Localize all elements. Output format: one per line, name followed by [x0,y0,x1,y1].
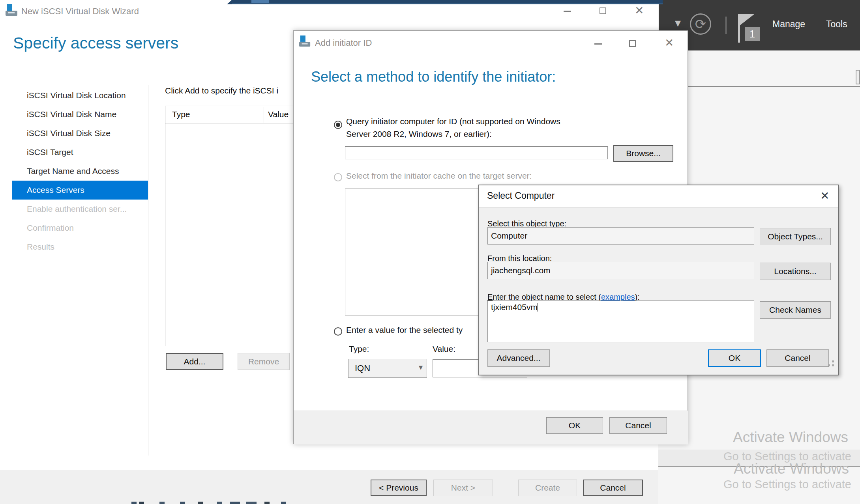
sidebar-item-enable-authentication: Enable authentication ser... [27,200,145,218]
type-select-value: IQN [355,363,370,373]
maximize-button[interactable] [600,7,606,14]
background-window-edge [227,0,663,4]
sidebar-item-results: Results [27,237,145,256]
page-title: Specify access servers [13,34,178,52]
sidebar-item-disk-size[interactable]: iSCSI Virtual Disk Size [27,124,145,143]
value-label: Value: [433,344,455,354]
dialog-title: Add initiator ID [315,38,372,48]
titlebar-separator [725,17,727,34]
tools-menu[interactable]: Tools [826,19,847,30]
sidebar-item-access-servers[interactable]: Access Servers [27,181,145,200]
create-button: Create [518,480,577,496]
wizard-title: New iSCSI Virtual Disk Wizard [21,6,139,17]
query-computer-input[interactable] [345,146,608,159]
sidebar-item-target-name-access[interactable]: Target Name and Access [27,162,145,181]
select-computer-dialog: Select Computer ✕ Select this object typ… [478,185,839,375]
sidebar-item-disk-name[interactable]: iSCSI Virtual Disk Name [27,105,145,124]
type-select[interactable]: IQN ▾ [348,359,427,378]
ok-button[interactable]: OK [708,349,761,367]
query-initiator-radio[interactable] [334,121,342,129]
query-initiator-label: Query initiator computer for ID (not sup… [346,117,560,126]
enter-value-radio[interactable] [334,327,342,336]
initiator-cache-label: Select from the initiator cache on the t… [346,171,532,181]
activate-windows-subtext: Go to Settings to activate [723,478,851,491]
flag-icon[interactable]: 1 [738,14,762,43]
previous-button[interactable]: < Previous [371,480,427,496]
enter-value-label: Enter a value for the selected ty [346,325,482,335]
minimize-button[interactable] [564,11,571,12]
taskbar-edge [130,502,284,504]
chevron-down-icon[interactable]: ▾ [675,16,681,30]
cancel-button[interactable]: Cancel [766,349,829,367]
object-name-textarea[interactable]: tjxiem405vm [487,301,754,342]
wizard-icon [6,4,18,17]
advanced-button[interactable]: Advanced... [487,349,550,367]
activate-windows-text: Activate Windows [733,429,848,446]
screen: { "colors": { "accent": "#0078d7", "head… [0,0,860,504]
examples-link[interactable]: examples [601,293,635,301]
close-button[interactable]: ✕ [665,36,674,49]
object-types-button[interactable]: Object Types... [760,228,831,245]
cancel-button[interactable]: Cancel [583,480,643,496]
chevron-down-icon: ▾ [419,362,423,372]
server-manager-menuband [658,50,860,87]
object-name-value: tjxiem405vm [491,302,538,312]
resize-grip[interactable] [828,360,830,362]
refresh-icon[interactable]: ⟳ [690,13,711,35]
minimize-button[interactable] [594,43,602,45]
location-field[interactable]: jiachengsql.com [487,262,754,279]
notification-badge: 1 [745,27,760,41]
sidebar-item-confirmation: Confirmation [27,218,145,237]
browse-button[interactable]: Browse... [613,145,673,162]
activate-windows-text: Activate Windows [734,461,849,477]
edge-widget[interactable] [856,70,860,84]
dialog-heading: Select a method to identify the initiato… [311,69,556,85]
check-names-button[interactable]: Check Names [760,301,831,319]
remove-button: Remove [238,353,290,370]
type-label: Type: [349,344,369,354]
sidebar-item-iscsi-target[interactable]: iSCSI Target [27,143,145,162]
locations-button[interactable]: Locations... [760,263,831,280]
query-initiator-label-line2: Server 2008 R2, Windows 7, or earlier): [346,129,492,139]
close-button[interactable]: ✕ [820,189,829,202]
dialog-title: Select Computer [487,190,555,201]
close-button[interactable]: ✕ [635,4,644,17]
sidebar-divider [148,85,148,455]
add-button[interactable]: Add... [166,353,223,370]
content-hint: Click Add to specify the iSCSI i [165,86,293,95]
maximize-button[interactable] [629,40,636,47]
cancel-button[interactable]: Cancel [609,417,667,434]
server-manager-titlebar: ▾ ⟳ 1 Manage Tools [659,0,860,50]
object-type-field[interactable]: Computer [487,227,754,245]
manage-menu[interactable]: Manage [772,19,805,30]
column-header-type[interactable]: Type [172,110,190,119]
ok-button[interactable]: OK [546,417,603,434]
next-button: Next > [433,480,493,496]
initiator-cache-radio [334,173,342,181]
column-header-value[interactable]: Value [268,110,289,119]
text-caret [538,303,538,312]
mnemonic-letter: E [487,293,493,301]
column-divider[interactable] [264,107,264,123]
dialog-icon [299,35,311,47]
sidebar-item-disk-location[interactable]: iSCSI Virtual Disk Location [27,86,145,105]
